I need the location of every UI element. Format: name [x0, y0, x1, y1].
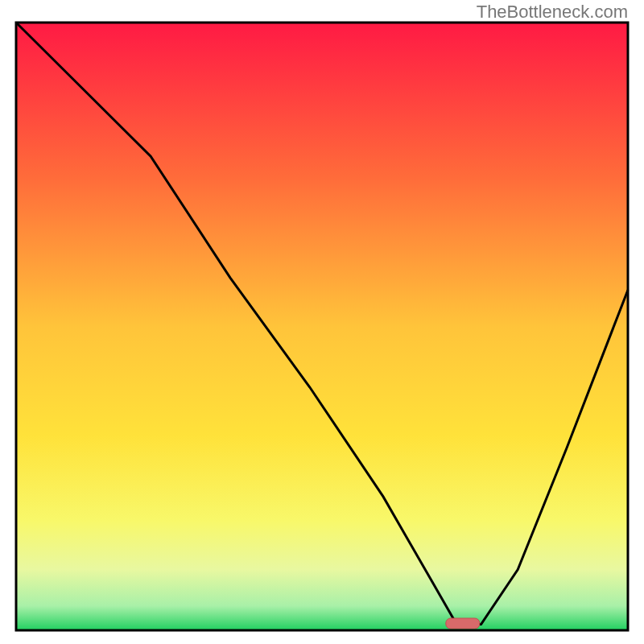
watermark-text: TheBottleneck.com [477, 2, 628, 23]
optimal-marker [446, 618, 480, 629]
chart-container: TheBottleneck.com [0, 0, 644, 644]
bottleneck-chart [0, 0, 644, 644]
